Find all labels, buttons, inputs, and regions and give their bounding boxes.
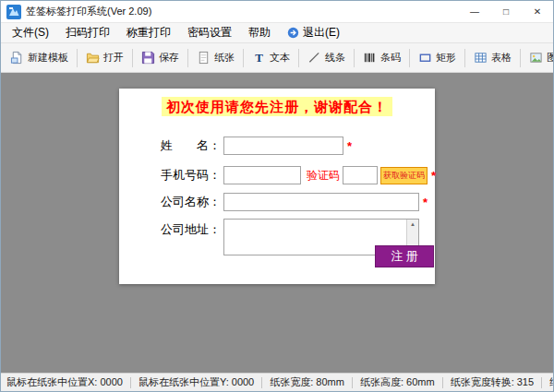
line-tool-button[interactable]: 线条: [302, 47, 351, 68]
status-separator: [352, 377, 353, 388]
line-icon: [307, 51, 321, 65]
app-logo-icon: [6, 5, 21, 19]
toolbar-separator: [464, 49, 465, 67]
text-icon: T: [252, 51, 266, 65]
address-label: 公司地址：: [119, 221, 221, 238]
new-template-label: 新建模板: [28, 51, 68, 65]
company-label: 公司名称：: [119, 194, 221, 210]
register-button[interactable]: 注 册: [375, 245, 434, 267]
phone-label: 手机号码：: [119, 167, 221, 184]
menu-weigh-print[interactable]: 称重打印: [118, 23, 179, 42]
company-input[interactable]: [223, 193, 419, 211]
open-button[interactable]: 打开: [80, 47, 129, 68]
toolbar-separator: [354, 49, 355, 67]
phone-input[interactable]: [223, 166, 301, 184]
toolbar-separator: [520, 49, 521, 67]
status-separator: [541, 377, 542, 388]
app-window: 笠签标签打印系统(Ver 2.09) — □ ✕ 文件(S) 扫码打印 称重打印…: [0, 0, 554, 392]
rectangle-tool-button[interactable]: 矩形: [413, 47, 462, 68]
status-separator: [442, 377, 443, 388]
status-mouse-x: 鼠标在纸张中位置X: 0000: [6, 375, 123, 389]
status-mouse-y: 鼠标在纸张中位置Y: 0000: [138, 375, 254, 389]
scroll-up-icon[interactable]: ▲: [410, 220, 416, 229]
open-folder-icon: [86, 51, 100, 65]
toolbar-separator: [298, 49, 299, 67]
line-label: 线条: [325, 51, 345, 65]
paper-button[interactable]: 纸张: [191, 47, 240, 68]
toolbar-separator: [77, 49, 78, 67]
phone-row: 手机号码： 验证码 获取验证码 *: [119, 166, 431, 184]
name-label: 姓 名：: [119, 137, 221, 154]
window-controls: — □ ✕: [459, 1, 553, 22]
workspace-canvas: 初次使用请您先注册，谢谢配合！ 姓 名： * 手机号码： 验证码 获取验证码 *…: [1, 73, 553, 373]
toolbar: 新建模板 打开 保存 纸张 T 文本: [1, 43, 553, 73]
dialog-title-row: 初次使用请您先注册，谢谢配合！: [119, 99, 435, 116]
status-bar: 鼠标在纸张中位置X: 0000 鼠标在纸张中位置Y: 0000 纸张宽度: 80…: [1, 373, 553, 391]
toolbar-separator: [187, 49, 188, 67]
save-icon: [141, 51, 155, 65]
name-row: 姓 名： *: [119, 137, 431, 155]
new-template-button[interactable]: 新建模板: [5, 47, 74, 68]
open-label: 打开: [103, 51, 124, 65]
save-label: 保存: [159, 51, 179, 65]
status-separator: [130, 377, 131, 388]
rectangle-label: 矩形: [436, 51, 456, 65]
window-title: 笠签标签打印系统(Ver 2.09): [26, 5, 459, 18]
status-separator: [261, 377, 262, 388]
table-label: 表格: [491, 51, 512, 65]
exit-icon: [287, 27, 299, 39]
registration-dialog: 初次使用请您先注册，谢谢配合！ 姓 名： * 手机号码： 验证码 获取验证码 *…: [119, 89, 435, 284]
image-icon: [529, 51, 543, 65]
maximize-button[interactable]: □: [490, 1, 522, 22]
get-captcha-button[interactable]: 获取验证码: [380, 167, 428, 184]
name-input[interactable]: [223, 137, 343, 155]
table-tool-button[interactable]: 表格: [468, 47, 517, 68]
phone-required-mark: *: [431, 169, 436, 183]
menu-file[interactable]: 文件(S): [4, 23, 57, 42]
paper-label: 纸张: [214, 51, 235, 65]
name-required-mark: *: [347, 139, 352, 153]
menu-password-settings[interactable]: 密码设置: [179, 23, 240, 42]
captcha-input[interactable]: [343, 166, 378, 184]
table-icon: [474, 51, 488, 65]
close-button[interactable]: ✕: [522, 1, 553, 22]
rectangle-icon: [418, 51, 432, 65]
status-height-converted: 纸张高度转换: 236: [549, 375, 553, 389]
dialog-title: 初次使用请您先注册，谢谢配合！: [162, 97, 392, 116]
image-label: 图片: [547, 51, 554, 65]
company-required-mark: *: [423, 196, 428, 209]
toolbar-separator: [132, 49, 133, 67]
menu-exit-label: 退出(E): [303, 25, 340, 41]
captcha-label: 验证码: [307, 168, 340, 184]
text-label: 文本: [270, 51, 290, 65]
status-width-converted: 纸张宽度转换: 315: [451, 375, 534, 389]
menu-exit[interactable]: 退出(E): [279, 23, 348, 42]
menu-help[interactable]: 帮助: [240, 23, 279, 42]
barcode-tool-button[interactable]: 条码: [357, 47, 406, 68]
menu-bar: 文件(S) 扫码打印 称重打印 密码设置 帮助 退出(E): [1, 23, 553, 43]
toolbar-separator: [409, 49, 410, 67]
text-tool-button[interactable]: T 文本: [247, 47, 295, 68]
minimize-button[interactable]: —: [459, 1, 490, 22]
paper-icon: [197, 51, 211, 65]
toolbar-separator: [243, 49, 244, 67]
barcode-icon: [363, 51, 377, 65]
image-tool-button[interactable]: 图片: [524, 47, 554, 68]
status-paper-width: 纸张宽度: 80mm: [270, 375, 344, 389]
new-template-icon: [10, 51, 24, 65]
status-paper-height: 纸张高度: 60mm: [360, 375, 435, 389]
barcode-label: 条码: [380, 51, 401, 65]
save-button[interactable]: 保存: [136, 47, 185, 68]
title-bar: 笠签标签打印系统(Ver 2.09) — □ ✕: [1, 1, 553, 23]
menu-scan-print[interactable]: 扫码打印: [57, 23, 118, 42]
company-row: 公司名称： *: [119, 193, 431, 211]
